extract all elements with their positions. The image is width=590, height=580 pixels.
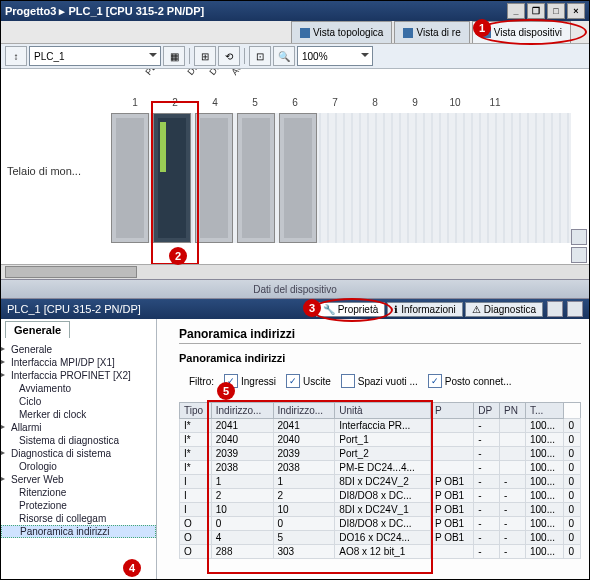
- cell: 2: [211, 489, 273, 503]
- tree-item[interactable]: Panoramica indirizzi: [1, 525, 156, 538]
- cell: 0: [211, 517, 273, 531]
- column-header[interactable]: Unità: [335, 403, 431, 419]
- tab-properties[interactable]: 🔧 Proprietà: [316, 302, 386, 317]
- tab-info[interactable]: ℹ Informazioni: [387, 302, 462, 317]
- cell: P OB1: [430, 531, 473, 545]
- cell: 0: [564, 419, 581, 433]
- restore-button[interactable]: ❐: [527, 3, 545, 19]
- table-row[interactable]: I*20402040Port_1-100...0: [180, 433, 581, 447]
- table-row[interactable]: I*20392039Port_2-100...0: [180, 447, 581, 461]
- cell: PM-E DC24...4...: [335, 461, 431, 475]
- cell: AO8 x 12 bit_1: [335, 545, 431, 559]
- table-row[interactable]: O45DO16 x DC24...P OB1--100...0: [180, 531, 581, 545]
- column-header[interactable]: T...: [526, 403, 564, 419]
- network-icon: [403, 28, 413, 38]
- close-button[interactable]: ×: [567, 3, 585, 19]
- tree-item[interactable]: Generale: [1, 343, 156, 356]
- cell: 1: [273, 475, 335, 489]
- module-slot-6[interactable]: [279, 113, 317, 243]
- cell: -: [474, 545, 500, 559]
- module-cpu-slot-2[interactable]: [153, 113, 191, 243]
- tree-item[interactable]: Risorse di collegam: [1, 512, 156, 525]
- cell: 2039: [273, 447, 335, 461]
- column-header[interactable]: Indirizzo...: [273, 403, 335, 419]
- tree-item[interactable]: Diagnostica di sistema: [1, 447, 156, 460]
- device-canvas-area[interactable]: PLC_1 DI8/DO... DO16 x... AO8 x 1... 124…: [1, 69, 589, 279]
- maximize-button[interactable]: □: [547, 3, 565, 19]
- annotation-marker: 4: [123, 559, 141, 577]
- cell: 0: [564, 545, 581, 559]
- tree-item[interactable]: Interfaccia PROFINET [X2]: [1, 369, 156, 382]
- inspector-header: Dati del dispositivo: [1, 279, 589, 299]
- cell: 2038: [211, 461, 273, 475]
- cell: 100...: [526, 517, 564, 531]
- inspector-collapse-button[interactable]: [547, 301, 563, 317]
- table-row[interactable]: I*20382038PM-E DC24...4...-100...0: [180, 461, 581, 475]
- cell: [430, 419, 473, 433]
- cell: [500, 433, 526, 447]
- tab-diagnostics[interactable]: ⚠ Diagnostica: [465, 302, 543, 317]
- tree-item[interactable]: Server Web: [1, 473, 156, 486]
- canvas-tool-1[interactable]: [571, 229, 587, 245]
- annotation-marker: 2: [169, 247, 187, 265]
- tree-item[interactable]: Ritenzione: [1, 486, 156, 499]
- tree-item[interactable]: Ciclo: [1, 395, 156, 408]
- tree-item[interactable]: Merker di clock: [1, 408, 156, 421]
- inspector-expand-button[interactable]: [567, 301, 583, 317]
- zoom-fit-button[interactable]: ⊡: [249, 46, 271, 66]
- tree-item[interactable]: Orologio: [1, 460, 156, 473]
- nav-prev-button[interactable]: ↕: [5, 46, 27, 66]
- table-row[interactable]: O00DI8/DO8 x DC...P OB1--100...0: [180, 517, 581, 531]
- cell: 0: [564, 433, 581, 447]
- table-row[interactable]: I22DI8/DO8 x DC...P OB1--100...0: [180, 489, 581, 503]
- address-overview-table[interactable]: TipoIndirizzo...Indirizzo...UnitàPDPPNT.…: [179, 402, 581, 559]
- property-nav-tree[interactable]: Generale 4 GeneraleInterfaccia MPI/DP [X…: [1, 319, 157, 579]
- minimize-button[interactable]: _: [507, 3, 525, 19]
- canvas-hscrollbar[interactable]: [1, 264, 589, 279]
- module-slot-4[interactable]: [195, 113, 233, 243]
- column-header[interactable]: Tipo: [180, 403, 212, 419]
- filter-gaps-checkbox[interactable]: Spazi vuoti ...: [341, 374, 418, 388]
- cell: DO16 x DC24...: [335, 531, 431, 545]
- device-toolbar: ↕ PLC_1 ▦ ⊞ ⟲ ⊡ 🔍 100%: [1, 44, 589, 69]
- cell: 2: [273, 489, 335, 503]
- tab-network-view[interactable]: Vista di re: [394, 21, 469, 43]
- toolbar-btn-2[interactable]: ⊞: [194, 46, 216, 66]
- zoom-tool-button[interactable]: 🔍: [273, 46, 295, 66]
- tree-item[interactable]: Avviamento: [1, 382, 156, 395]
- tree-item[interactable]: Protezione: [1, 499, 156, 512]
- tree-item[interactable]: Allarmi: [1, 421, 156, 434]
- tree-item[interactable]: Sistema di diagnostica: [1, 434, 156, 447]
- tab-label: Vista dispositivi: [494, 27, 562, 38]
- module-slot-1[interactable]: [111, 113, 149, 243]
- cell: I: [180, 503, 212, 517]
- tree-tab-general[interactable]: Generale: [5, 321, 70, 338]
- toolbar-btn-1[interactable]: ▦: [163, 46, 185, 66]
- table-row[interactable]: O288303AO8 x 12 bit_1--100...0: [180, 545, 581, 559]
- table-row[interactable]: I10108DI x DC24V_1P OB1--100...0: [180, 503, 581, 517]
- cell: [500, 447, 526, 461]
- cell: 0: [564, 517, 581, 531]
- panel-subheading: Panoramica indirizzi: [179, 352, 581, 364]
- table-row[interactable]: I*20412041Interfaccia PR...-100...0: [180, 419, 581, 433]
- column-header[interactable]: DP: [474, 403, 500, 419]
- column-header[interactable]: PN: [500, 403, 526, 419]
- filter-outputs-checkbox[interactable]: ✓Uscite: [286, 374, 331, 388]
- table-row[interactable]: I118DI x DC24V_2P OB1--100...0: [180, 475, 581, 489]
- tab-device-view[interactable]: Vista dispositivi: [472, 21, 571, 43]
- cell: 100...: [526, 489, 564, 503]
- cell: -: [474, 447, 500, 461]
- zoom-combo[interactable]: 100%: [297, 46, 373, 66]
- tree-item[interactable]: Interfaccia MPI/DP [X1]: [1, 356, 156, 369]
- cell: 2039: [211, 447, 273, 461]
- device-select-combo[interactable]: PLC_1: [29, 46, 161, 66]
- canvas-tool-2[interactable]: [571, 247, 587, 263]
- toolbar-btn-3[interactable]: ⟲: [218, 46, 240, 66]
- tab-topology-view[interactable]: Vista topologica: [291, 21, 392, 43]
- column-header[interactable]: P: [430, 403, 473, 419]
- module-slot-5[interactable]: [237, 113, 275, 243]
- filter-inputs-checkbox[interactable]: ✓Ingressi: [224, 374, 276, 388]
- column-header[interactable]: Indirizzo...: [211, 403, 273, 419]
- rack[interactable]: [111, 113, 571, 243]
- filter-slot-checkbox[interactable]: ✓Posto connet...: [428, 374, 512, 388]
